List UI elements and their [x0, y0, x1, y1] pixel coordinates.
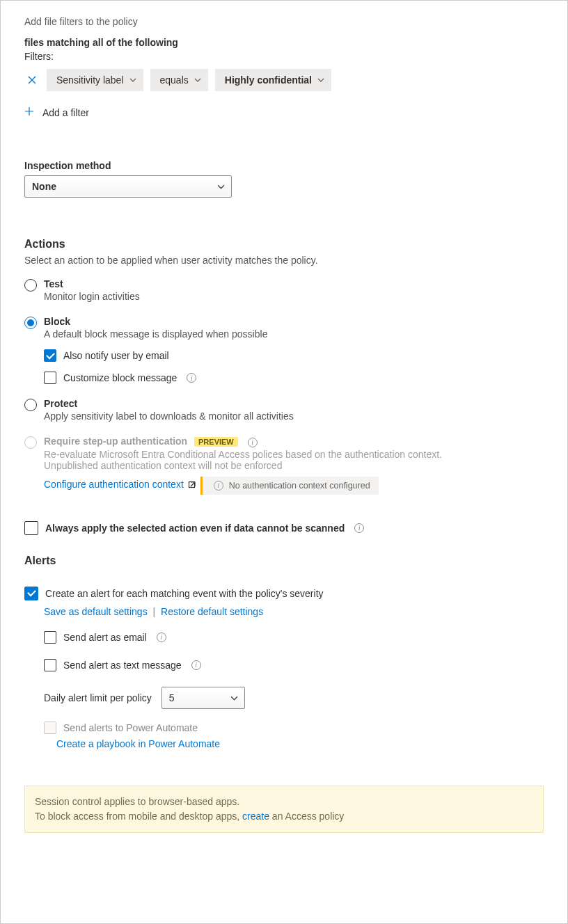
add-file-filters-header: Add file filters to the policy [24, 16, 544, 27]
action-test-title: Test [44, 278, 140, 289]
alerts-section: Alerts Create an alert for each matching… [24, 555, 544, 749]
info-icon[interactable]: i [187, 373, 196, 383]
always-apply-label: Always apply the selected action even if… [45, 523, 345, 534]
action-block-radio[interactable] [24, 317, 37, 329]
create-alert-checkbox[interactable] [24, 587, 38, 600]
action-test-block: Test Monitor login activities [24, 278, 544, 302]
remove-filter-icon[interactable] [24, 72, 40, 88]
filter-field-dropdown[interactable]: Sensitivity label [47, 69, 143, 91]
notify-email-label: Also notify user by email [63, 350, 169, 361]
power-automate-checkbox [44, 722, 56, 734]
send-email-label: Send alert as email [63, 632, 147, 643]
action-stepup-title: Require step-up authentication [44, 436, 187, 447]
footer-line2b: an Access policy [269, 811, 344, 822]
footer-line1: Session control applies to browser-based… [35, 795, 533, 809]
matching-title: files matching all of the following [24, 37, 544, 48]
action-block-sub: A default block message is displayed whe… [44, 328, 267, 340]
customize-message-label: Customize block message [63, 372, 177, 383]
customize-message-checkbox[interactable] [44, 372, 56, 384]
no-auth-context-text: No authentication context configured [229, 481, 370, 491]
power-automate-label: Send alerts to Power Automate [63, 722, 198, 733]
send-email-checkbox[interactable] [44, 631, 56, 644]
info-icon[interactable]: i [354, 523, 364, 533]
add-filter-button[interactable]: Add a filter [24, 106, 89, 118]
action-protect-block: Protect Apply sensitivity label to downl… [24, 398, 544, 422]
daily-limit-label: Daily alert limit per policy [44, 692, 152, 703]
create-playbook-link[interactable]: Create a playbook in Power Automate [56, 738, 220, 749]
save-default-link[interactable]: Save as default settings [44, 606, 148, 617]
inspection-method-value: None [32, 181, 56, 192]
info-icon[interactable]: i [248, 438, 258, 447]
configure-auth-context-link[interactable]: Configure authentication context [44, 479, 198, 490]
external-link-icon [188, 479, 198, 489]
alert-suboptions: Save as default settings | Restore defau… [44, 606, 544, 749]
action-stepup-radio [24, 436, 37, 449]
send-sms-label: Send alert as text message [63, 660, 182, 671]
footer-line2a: To block access from mobile and desktop … [35, 811, 242, 822]
send-sms-checkbox[interactable] [44, 659, 56, 671]
action-protect-sub: Apply sensitivity label to downloads & m… [44, 411, 294, 422]
actions-desc: Select an action to be applied when user… [24, 255, 544, 266]
daily-limit-select[interactable]: 5 [161, 687, 245, 709]
inspection-method-label: Inspection method [24, 160, 544, 171]
action-protect-radio[interactable] [24, 399, 37, 411]
filter-operator-label: equals [160, 74, 189, 86]
session-control-note: Session control applies to browser-based… [24, 786, 544, 833]
configure-auth-context-text: Configure authentication context [44, 479, 184, 490]
filters-label: Filters: [24, 51, 544, 62]
always-apply-checkbox[interactable] [24, 521, 38, 535]
restore-default-link[interactable]: Restore default settings [161, 606, 263, 617]
action-stepup-block: Require step-up authentication PREVIEW i… [24, 436, 544, 495]
filter-value-label: Highly confidential [225, 74, 312, 86]
action-stepup-sub: Re-evaluate Microsoft Entra Conditional … [44, 449, 489, 471]
no-auth-context-warning: i No authentication context configured [200, 477, 379, 495]
preview-badge: PREVIEW [194, 437, 238, 447]
action-protect-title: Protect [44, 398, 294, 409]
footer-create-link[interactable]: create [242, 811, 269, 822]
block-suboptions: Also notify user by email Customize bloc… [44, 349, 544, 384]
actions-section: Actions Select an action to be applied w… [24, 238, 544, 535]
info-icon: i [214, 481, 223, 491]
policy-settings-panel: Add file filters to the policy files mat… [0, 0, 568, 924]
create-alert-label: Create an alert for each matching event … [45, 588, 324, 599]
inspection-method-section: Inspection method None [24, 160, 544, 198]
inspection-method-select[interactable]: None [24, 175, 232, 198]
filter-operator-dropdown[interactable]: equals [150, 69, 208, 91]
chevron-down-icon [217, 183, 224, 190]
add-filter-label: Add a filter [42, 107, 89, 118]
action-test-sub: Monitor login activities [44, 291, 140, 302]
plus-icon [24, 106, 34, 118]
info-icon[interactable]: i [157, 632, 166, 642]
actions-title: Actions [24, 238, 544, 250]
notify-email-checkbox[interactable] [44, 349, 56, 362]
chevron-down-icon [129, 77, 136, 83]
chevron-down-icon [317, 77, 324, 83]
action-block-block: Block A default block message is display… [24, 316, 544, 384]
info-icon[interactable]: i [191, 660, 201, 670]
daily-limit-value: 5 [169, 692, 175, 703]
svg-rect-0 [189, 482, 194, 488]
chevron-down-icon [230, 694, 237, 701]
chevron-down-icon [194, 77, 201, 83]
action-block-title: Block [44, 316, 267, 327]
filters-section: files matching all of the following Filt… [24, 37, 544, 118]
link-separator: | [153, 606, 156, 617]
filter-row: Sensitivity label equals Highly confiden… [24, 69, 544, 91]
alerts-title: Alerts [24, 555, 544, 567]
filter-value-dropdown[interactable]: Highly confidential [215, 69, 331, 91]
action-test-radio[interactable] [24, 279, 37, 292]
filter-field-label: Sensitivity label [56, 74, 124, 86]
